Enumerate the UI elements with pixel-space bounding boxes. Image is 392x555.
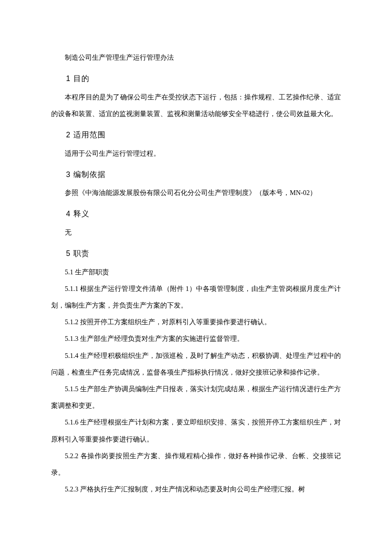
paragraph-5-2-2: 5.2.2 各操作岗要按照生产方案、操作规程精心操作，做好各种操作记录、台帐、交… — [51, 447, 341, 481]
paragraph-5-1-1: 5.1.1 根据生产运行管理文件清单（附件 1）中各项管理制度，由生产主管岗根据… — [51, 280, 341, 314]
paragraph-2-body: 适用于公司生产运行管理过程。 — [51, 145, 341, 162]
heading-3: 3 编制依据 — [51, 165, 341, 185]
paragraph-1-body: 本程序目的是为了确保公司生产在受控状态下运行，包括：操作规程、工艺操作纪录、适宜… — [51, 89, 341, 122]
document-page: 制造公司生产管理生产运行管理办法 1 目的 本程序目的是为了确保公司生产在受控状… — [0, 0, 392, 532]
paragraph-5-1-3: 5.1.3 生产部生产经理负责对生产方案的实施进行监督管理。 — [51, 330, 341, 347]
paragraph-3-body: 参照《中海油能源发展股份有限公司石化分公司生产管理制度》（版本号，MN-02） — [51, 184, 341, 201]
heading-1: 1 目的 — [51, 69, 341, 89]
paragraph-5-2-3: 5.2.3 严格执行生产汇报制度，对生产情况和动态要及时向公司生产经理汇报。树 — [51, 481, 341, 497]
heading-2: 2 适用范围 — [51, 125, 341, 145]
paragraph-5-1-2: 5.1.2 按照开停工方案组织生产，对原料引入等重要操作要进行确认。 — [51, 314, 341, 330]
paragraph-5-1-4: 5.1.4 生产经理积极组织生产，加强巡检，及时了解生产动态，积极协调、处理生产… — [51, 347, 341, 381]
paragraph-4-body: 无 — [51, 224, 341, 241]
paragraph-5-1-6: 5.1.6 生产经理根据生产计划和方案，要立即组织安排、落实，按照开停工方案组织… — [51, 414, 341, 447]
heading-4: 4 释义 — [51, 204, 341, 224]
paragraph-5-1: 5.1 生产部职责 — [51, 264, 341, 280]
heading-5: 5 职责 — [51, 244, 341, 264]
paragraph-5-1-5: 5.1.5 生产部生产协调员编制生产日报表，落实计划完成结果，根据生产运行情况进… — [51, 381, 341, 414]
document-title: 制造公司生产管理生产运行管理办法 — [51, 49, 341, 66]
